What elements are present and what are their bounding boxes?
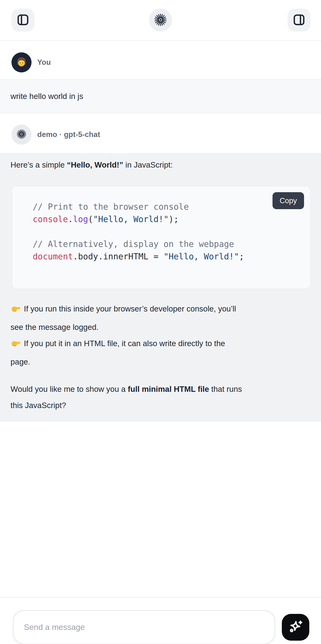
copy-button[interactable]: Copy	[273, 192, 304, 209]
right-panel-toggle-button[interactable]	[288, 8, 311, 32]
user-avatar	[11, 52, 31, 72]
pointing-hand-icon	[10, 303, 21, 319]
code-blank-line	[33, 226, 301, 238]
panel-left-icon	[16, 14, 29, 27]
user-message-header: You	[0, 41, 321, 79]
assistant-intro-text: Here’s a simple “Hello, World!” in JavaS…	[10, 159, 311, 171]
assistant-paragraph-1: If you run this inside your browser’s de…	[10, 301, 311, 370]
assistant-message-header: demo · gpt-5-chat	[0, 113, 321, 153]
user-author-label: You	[37, 58, 51, 67]
chat-empty-space	[0, 422, 321, 597]
sparkles-icon	[288, 619, 304, 636]
starburst-icon	[154, 14, 167, 27]
sidebar-toggle-button[interactable]	[11, 8, 34, 32]
app-header	[0, 0, 321, 41]
assistant-paragraph-2: Would you like me to show you a full min…	[10, 381, 311, 414]
send-button[interactable]	[282, 614, 309, 641]
code-block-card: Copy // Print to the browser console con…	[12, 186, 311, 289]
assistant-avatar	[11, 124, 31, 145]
user-message-text: write hello world in js	[10, 92, 83, 101]
starburst-icon	[17, 129, 26, 140]
user-message: write hello world in js	[0, 79, 321, 113]
person-emoji-icon	[14, 54, 29, 70]
model-spark-button[interactable]	[149, 8, 172, 32]
panel-right-icon	[293, 14, 306, 27]
code-block: // Print to the browser console console.…	[12, 186, 310, 263]
pointing-hand-icon	[10, 338, 21, 354]
message-input[interactable]	[13, 610, 275, 644]
model-name-label: demo · gpt-5-chat	[37, 130, 100, 139]
composer-bar	[0, 597, 321, 644]
assistant-message: Here’s a simple “Hello, World!” in JavaS…	[0, 153, 321, 422]
